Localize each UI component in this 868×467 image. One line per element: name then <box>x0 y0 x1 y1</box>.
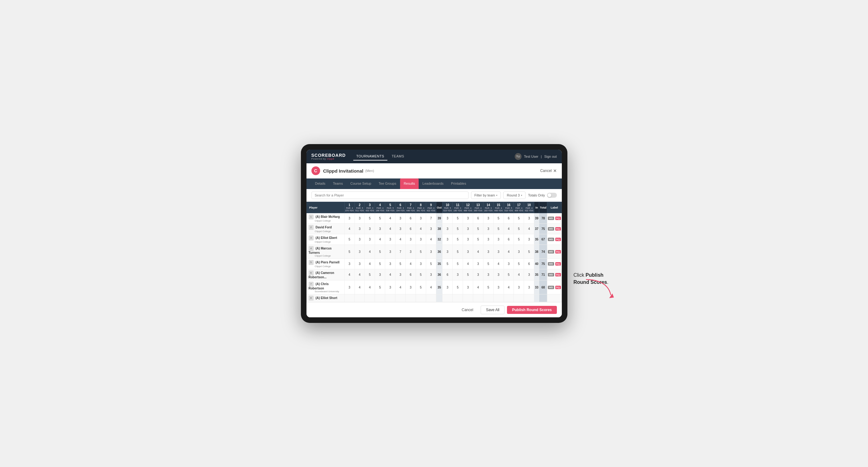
search-input[interactable] <box>311 191 469 199</box>
score-hole-3[interactable] <box>365 294 375 302</box>
score-hole-2[interactable]: 3 <box>354 245 365 259</box>
score-hole-16[interactable]: 4 <box>503 224 514 234</box>
score-hole-6[interactable]: 7 <box>396 245 406 259</box>
score-hole-5[interactable]: 4 <box>385 224 396 234</box>
score-hole-3[interactable]: 4 <box>365 245 375 259</box>
wd-badge[interactable]: WD <box>548 286 554 289</box>
score-hole-1[interactable]: 5 <box>344 245 354 259</box>
score-hole-7[interactable]: 4 <box>406 259 416 269</box>
score-hole-13[interactable]: 3 <box>473 269 483 280</box>
score-hole-7[interactable]: 3 <box>406 280 416 294</box>
wd-badge[interactable]: WD <box>548 250 554 253</box>
dq-badge[interactable]: DQ <box>555 262 561 266</box>
score-hole-10[interactable]: 3 <box>442 280 453 294</box>
score-hole-1[interactable]: 3 <box>344 259 354 269</box>
score-hole-13[interactable]: 5 <box>473 224 483 234</box>
score-hole-12[interactable]: 3 <box>463 224 473 234</box>
sub-nav-course-setup[interactable]: Course Setup <box>347 179 375 189</box>
nav-link-teams[interactable]: TEAMS <box>389 152 407 160</box>
score-hole-11[interactable]: 5 <box>453 224 463 234</box>
score-hole-16[interactable] <box>503 294 514 302</box>
filter-team-select[interactable]: Filter by team ▾ <box>471 191 501 199</box>
score-hole-18[interactable]: 4 <box>524 224 534 234</box>
score-hole-14[interactable]: 3 <box>483 234 493 245</box>
score-hole-10[interactable]: 3 <box>442 245 453 259</box>
score-hole-13[interactable]: 4 <box>473 280 483 294</box>
score-hole-1[interactable]: 3 <box>344 280 354 294</box>
score-hole-4[interactable]: 5 <box>375 259 385 269</box>
score-hole-13[interactable]: 5 <box>473 234 483 245</box>
score-hole-11[interactable]: 5 <box>453 259 463 269</box>
score-hole-9[interactable]: 7 <box>426 213 436 224</box>
score-hole-7[interactable]: 6 <box>406 224 416 234</box>
save-all-button[interactable]: Save All <box>480 306 504 314</box>
score-hole-3[interactable]: 4 <box>365 259 375 269</box>
score-hole-14[interactable]: 3 <box>483 224 493 234</box>
score-hole-14[interactable] <box>483 294 493 302</box>
score-hole-4[interactable]: 5 <box>375 245 385 259</box>
score-hole-17[interactable]: 4 <box>514 269 524 280</box>
score-hole-1[interactable]: 3 <box>344 213 354 224</box>
score-hole-10[interactable]: 3 <box>442 224 453 234</box>
score-hole-5[interactable]: 4 <box>385 213 396 224</box>
publish-round-scores-button[interactable]: Publish Round Scores <box>507 306 557 314</box>
score-hole-6[interactable]: 5 <box>396 259 406 269</box>
score-hole-16[interactable]: 5 <box>503 269 514 280</box>
score-hole-10[interactable]: 6 <box>442 269 453 280</box>
score-hole-7[interactable] <box>406 294 416 302</box>
score-hole-5[interactable]: 4 <box>385 269 396 280</box>
score-hole-9[interactable]: 3 <box>426 224 436 234</box>
score-hole-15[interactable]: 5 <box>493 224 503 234</box>
wd-badge[interactable]: WD <box>548 227 554 230</box>
sign-out-link[interactable]: Sign out <box>544 155 557 158</box>
score-hole-18[interactable]: 6 <box>524 259 534 269</box>
score-hole-4[interactable]: 3 <box>375 269 385 280</box>
score-hole-1[interactable]: 5 <box>344 234 354 245</box>
score-hole-1[interactable]: 4 <box>344 269 354 280</box>
score-hole-7[interactable]: 6 <box>406 269 416 280</box>
score-hole-14[interactable]: 3 <box>483 245 493 259</box>
score-hole-6[interactable]: 4 <box>396 280 406 294</box>
score-hole-3[interactable]: 5 <box>365 213 375 224</box>
score-hole-9[interactable]: 4 <box>426 280 436 294</box>
score-hole-8[interactable]: 5 <box>415 269 426 280</box>
score-hole-5[interactable]: 3 <box>385 245 396 259</box>
sub-nav-details[interactable]: Details <box>311 179 330 189</box>
score-hole-8[interactable]: 3 <box>415 259 426 269</box>
score-hole-2[interactable]: 3 <box>354 259 365 269</box>
score-hole-4[interactable]: 4 <box>375 234 385 245</box>
score-hole-12[interactable]: 3 <box>463 234 473 245</box>
score-hole-10[interactable] <box>442 294 453 302</box>
score-hole-11[interactable]: 3 <box>453 269 463 280</box>
score-hole-11[interactable]: 5 <box>453 234 463 245</box>
score-hole-13[interactable] <box>473 294 483 302</box>
score-hole-17[interactable]: 5 <box>514 224 524 234</box>
score-hole-7[interactable]: 6 <box>406 213 416 224</box>
score-hole-5[interactable]: 3 <box>385 259 396 269</box>
score-hole-2[interactable]: 3 <box>354 213 365 224</box>
score-hole-5[interactable] <box>385 294 396 302</box>
sub-nav-leaderboards[interactable]: Leaderboards <box>418 179 447 189</box>
tournament-cancel-button[interactable]: Cancel ✕ <box>540 168 557 173</box>
score-hole-8[interactable]: 5 <box>415 245 426 259</box>
score-hole-5[interactable]: 3 <box>385 280 396 294</box>
score-hole-8[interactable]: 3 <box>415 213 426 224</box>
score-hole-13[interactable]: 6 <box>473 213 483 224</box>
score-hole-8[interactable]: 5 <box>415 280 426 294</box>
score-hole-18[interactable]: 3 <box>524 213 534 224</box>
score-hole-9[interactable]: 5 <box>426 259 436 269</box>
score-hole-17[interactable] <box>514 294 524 302</box>
score-hole-18[interactable]: 5 <box>524 245 534 259</box>
score-hole-3[interactable]: 3 <box>365 224 375 234</box>
score-hole-6[interactable]: 3 <box>396 213 406 224</box>
sub-nav-tee-groups[interactable]: Tee Groups <box>375 179 400 189</box>
score-hole-16[interactable]: 3 <box>503 259 514 269</box>
score-hole-15[interactable] <box>493 294 503 302</box>
score-hole-10[interactable]: 5 <box>442 259 453 269</box>
wd-badge[interactable]: WD <box>548 273 554 276</box>
sub-nav-results[interactable]: Results <box>400 179 419 189</box>
nav-link-tournaments[interactable]: TOURNAMENTS <box>353 152 388 160</box>
sub-nav-teams[interactable]: Teams <box>329 179 346 189</box>
score-hole-18[interactable]: 3 <box>524 280 534 294</box>
score-hole-10[interactable]: 3 <box>442 234 453 245</box>
